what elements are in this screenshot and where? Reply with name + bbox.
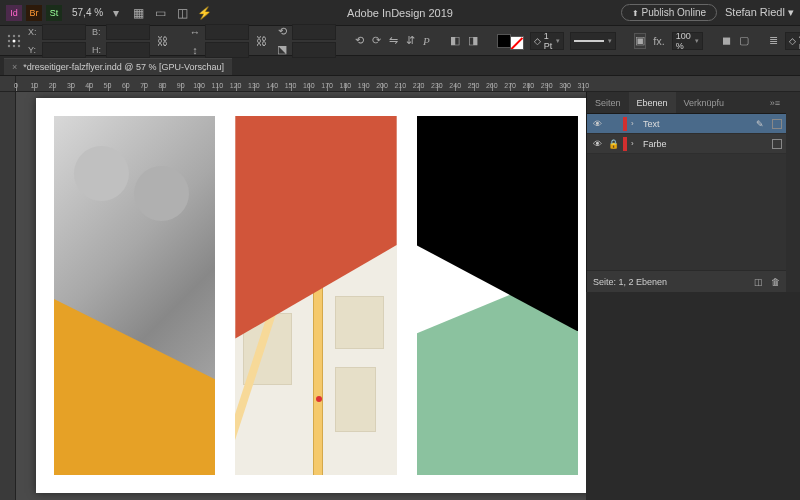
shear-field[interactable] bbox=[292, 42, 336, 58]
flyer-panel-1[interactable] bbox=[54, 116, 215, 475]
ruler-tick-label: 250 bbox=[468, 82, 480, 89]
ruler-tick-label: 30 bbox=[67, 82, 75, 89]
layer-target-icon[interactable] bbox=[772, 139, 782, 149]
ruler-tick-label: 110 bbox=[211, 82, 223, 89]
ruler-tick-label: 20 bbox=[49, 82, 57, 89]
ruler-tick-label: 130 bbox=[248, 82, 260, 89]
select-container-icon[interactable]: ◧ bbox=[449, 33, 461, 49]
stroke-weight-dropdown[interactable]: ◇ 1 Pt▾ bbox=[530, 32, 565, 50]
tab-verknupfungen[interactable]: Verknüpfu bbox=[676, 92, 733, 113]
rotate-icon: ⟲ bbox=[274, 24, 290, 40]
stock-app-icon[interactable]: St bbox=[46, 5, 62, 21]
layer-row-farbe[interactable]: 👁 🔒 › Farbe bbox=[587, 134, 786, 154]
layers-panel: Seiten Ebenen Verknüpfu »≡ 👁 › Text ✎ 👁 … bbox=[586, 92, 786, 292]
reference-point-grid[interactable] bbox=[6, 33, 22, 49]
corner-radius-field[interactable]: ◇ 4,233 mm bbox=[785, 32, 800, 50]
visibility-toggle-icon[interactable]: 👁 bbox=[591, 119, 603, 129]
height-field[interactable] bbox=[106, 42, 150, 58]
object-style-icon[interactable]: ▢ bbox=[738, 33, 750, 49]
fill-stroke-swatches[interactable] bbox=[497, 32, 524, 50]
vertical-scrollbar[interactable] bbox=[786, 92, 800, 292]
ruler-tick-label: 60 bbox=[122, 82, 130, 89]
ruler-tick-label: 140 bbox=[266, 82, 278, 89]
chevron-down-icon[interactable]: ▾ bbox=[107, 4, 125, 22]
flip-v-icon[interactable]: ⇵ bbox=[405, 33, 416, 49]
svg-point-8 bbox=[18, 44, 20, 46]
ruler-tick-label: 200 bbox=[376, 82, 388, 89]
fill-swatch[interactable] bbox=[497, 34, 511, 48]
document-page[interactable] bbox=[36, 98, 586, 493]
horizontal-ruler[interactable]: 0102030405060708090100110120130140150160… bbox=[0, 76, 800, 92]
document-tab[interactable]: × *dreseitiger-falzflyer.indd @ 57 % [GP… bbox=[4, 58, 232, 75]
layer-target-icon[interactable] bbox=[772, 119, 782, 129]
tab-seiten[interactable]: Seiten bbox=[587, 92, 629, 113]
stroke-style-dropdown[interactable]: ▾ bbox=[570, 32, 616, 50]
shear-icon: ⬔ bbox=[274, 42, 290, 58]
canvas-area[interactable] bbox=[16, 92, 586, 500]
menubar-right: ⬆ Publish Online Stefan Riedl ▾ bbox=[621, 4, 794, 21]
lock-toggle-icon[interactable]: 🔒 bbox=[607, 139, 619, 149]
flip-h-icon[interactable]: ⇋ bbox=[388, 33, 399, 49]
arrange-docs-icon[interactable]: ◫ bbox=[173, 4, 191, 22]
vertical-ruler[interactable] bbox=[0, 92, 16, 500]
x-position-field[interactable] bbox=[42, 24, 86, 40]
scale-x-field[interactable] bbox=[205, 24, 249, 40]
panel-footer-status: Seite: 1, 2 Ebenen bbox=[593, 277, 667, 287]
text-wrap-icon[interactable]: ≣ bbox=[768, 33, 779, 49]
new-layer-icon[interactable]: ◫ bbox=[754, 277, 763, 287]
indesign-app-icon[interactable]: Id bbox=[6, 5, 22, 21]
stroke-swatch[interactable] bbox=[510, 36, 524, 50]
ruler-tick-label: 280 bbox=[523, 82, 535, 89]
layer-name[interactable]: Farbe bbox=[643, 139, 768, 149]
zoom-level[interactable]: 57,4 % bbox=[72, 7, 103, 18]
ruler-tick-label: 220 bbox=[413, 82, 425, 89]
opacity-dropdown[interactable]: 100 %▾ bbox=[672, 32, 703, 50]
layer-color-swatch bbox=[623, 117, 627, 131]
layer-name[interactable]: Text bbox=[643, 119, 752, 129]
ruler-tick-label: 210 bbox=[394, 82, 406, 89]
panel3-black-shape bbox=[417, 116, 578, 331]
layer-color-swatch bbox=[623, 137, 627, 151]
p-icon[interactable]: P bbox=[422, 33, 431, 49]
drop-shadow-icon[interactable]: ◼ bbox=[721, 33, 732, 49]
view-options-icon[interactable]: ▦ bbox=[129, 4, 147, 22]
ruler-tick-label: 90 bbox=[177, 82, 185, 89]
visibility-toggle-icon[interactable]: 👁 bbox=[591, 139, 603, 149]
rotate-ccw-icon[interactable]: ⟲ bbox=[354, 33, 365, 49]
auto-fit-icon[interactable]: ▣ bbox=[634, 33, 646, 49]
document-tab-label: *dreseitiger-falzflyer.indd @ 57 % [GPU-… bbox=[23, 62, 224, 72]
panel-menu-icon[interactable]: »≡ bbox=[764, 98, 786, 108]
ruler-tick-label: 230 bbox=[431, 82, 443, 89]
ruler-tick-label: 40 bbox=[85, 82, 93, 89]
layer-row-text[interactable]: 👁 › Text ✎ bbox=[587, 114, 786, 134]
expand-arrow-icon[interactable]: › bbox=[631, 119, 639, 128]
svg-point-1 bbox=[13, 34, 15, 36]
scale-y-field[interactable] bbox=[205, 42, 249, 58]
ruler-tick-label: 170 bbox=[321, 82, 333, 89]
screen-mode-icon[interactable]: ▭ bbox=[151, 4, 169, 22]
svg-point-0 bbox=[8, 34, 10, 36]
expand-arrow-icon[interactable]: › bbox=[631, 139, 639, 148]
ruler-tick-label: 70 bbox=[140, 82, 148, 89]
link-scale-icon[interactable]: ⛓ bbox=[255, 33, 268, 49]
publish-online-button[interactable]: ⬆ Publish Online bbox=[621, 4, 717, 21]
rotation-field[interactable] bbox=[292, 24, 336, 40]
close-tab-icon[interactable]: × bbox=[12, 62, 17, 72]
ruler-tick-label: 10 bbox=[30, 82, 38, 89]
delete-layer-icon[interactable]: 🗑 bbox=[771, 277, 780, 287]
ruler-tick-label: 300 bbox=[559, 82, 571, 89]
select-content-icon[interactable]: ◨ bbox=[467, 33, 479, 49]
rotate-cw-icon[interactable]: ⟳ bbox=[371, 33, 382, 49]
h-label: H: bbox=[92, 45, 104, 55]
user-name[interactable]: Stefan Riedl ▾ bbox=[725, 6, 794, 19]
gpu-icon[interactable]: ⚡ bbox=[195, 4, 213, 22]
flyer-panel-3[interactable] bbox=[417, 116, 578, 475]
effects-icon[interactable]: fx. bbox=[652, 33, 666, 49]
constrain-proportions-icon[interactable]: ⛓ bbox=[156, 33, 169, 49]
tab-ebenen[interactable]: Ebenen bbox=[629, 92, 676, 113]
flyer-panel-2[interactable] bbox=[235, 116, 396, 475]
width-field[interactable] bbox=[106, 24, 150, 40]
bridge-app-icon[interactable]: Br bbox=[26, 5, 42, 21]
y-position-field[interactable] bbox=[42, 42, 86, 58]
w-label: B: bbox=[92, 27, 104, 37]
